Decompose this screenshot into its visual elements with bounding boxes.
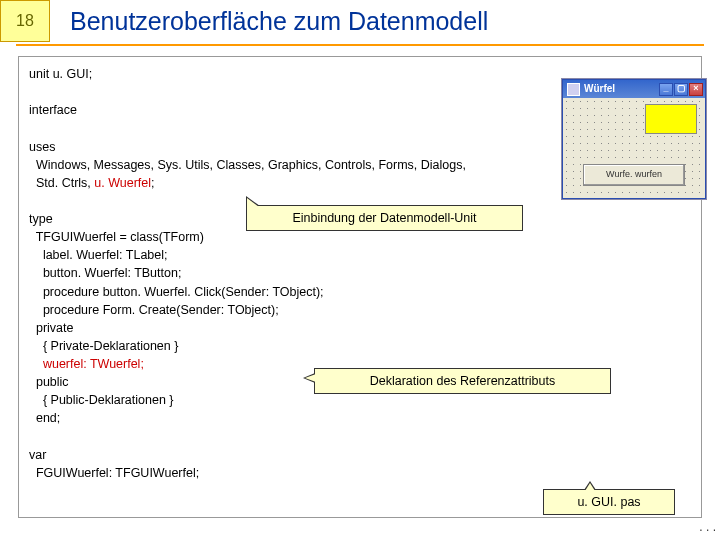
label-wuerfel bbox=[645, 104, 697, 134]
form-client-area: Wurfe. wurfen bbox=[563, 98, 705, 198]
form-title: Würfel bbox=[584, 82, 658, 97]
slide-title: Benutzeroberfläche zum Datenmodell bbox=[50, 0, 720, 42]
form-titlebar: Würfel _ ▢ × bbox=[563, 80, 705, 98]
slide-number: 18 bbox=[0, 0, 50, 42]
code-blank bbox=[29, 428, 691, 446]
maximize-icon[interactable]: ▢ bbox=[674, 83, 688, 96]
form-app-icon bbox=[567, 83, 580, 96]
code-line: FGUIWuerfel: TFGUIWuerfel; bbox=[29, 464, 691, 482]
code-line: button. Wuerfel: TButton; bbox=[29, 264, 691, 282]
code-line: label. Wuerfel: TLabel; bbox=[29, 246, 691, 264]
form-window-mock: Würfel _ ▢ × Wurfe. wurfen bbox=[562, 79, 706, 199]
code-line: { Private-Deklarationen } bbox=[29, 337, 691, 355]
code-line: procedure button. Wuerfel. Click(Sender:… bbox=[29, 283, 691, 301]
minimize-icon[interactable]: _ bbox=[659, 83, 673, 96]
code-line: procedure Form. Create(Sender: TObject); bbox=[29, 301, 691, 319]
code-line: var bbox=[29, 446, 691, 464]
title-underline bbox=[16, 44, 704, 46]
highlighted-attr: wuerfel: TWuerfel; bbox=[43, 357, 144, 371]
code-container: unit u. GUI; interface uses Windows, Mes… bbox=[18, 56, 702, 518]
callout-ref-attr: Deklaration des Referenzattributs bbox=[314, 368, 611, 394]
callout-unit-binding: Einbindung der Datenmodell-Unit bbox=[246, 205, 523, 231]
close-icon[interactable]: × bbox=[689, 83, 703, 96]
code-line: end; bbox=[29, 409, 691, 427]
continuation-ellipsis: . . . bbox=[699, 520, 716, 534]
button-wuerfel[interactable]: Wurfe. wurfen bbox=[583, 164, 685, 186]
callout-filename: u. GUI. pas bbox=[543, 489, 675, 515]
highlighted-unit: u. Wuerfel bbox=[94, 176, 151, 190]
code-line: private bbox=[29, 319, 691, 337]
